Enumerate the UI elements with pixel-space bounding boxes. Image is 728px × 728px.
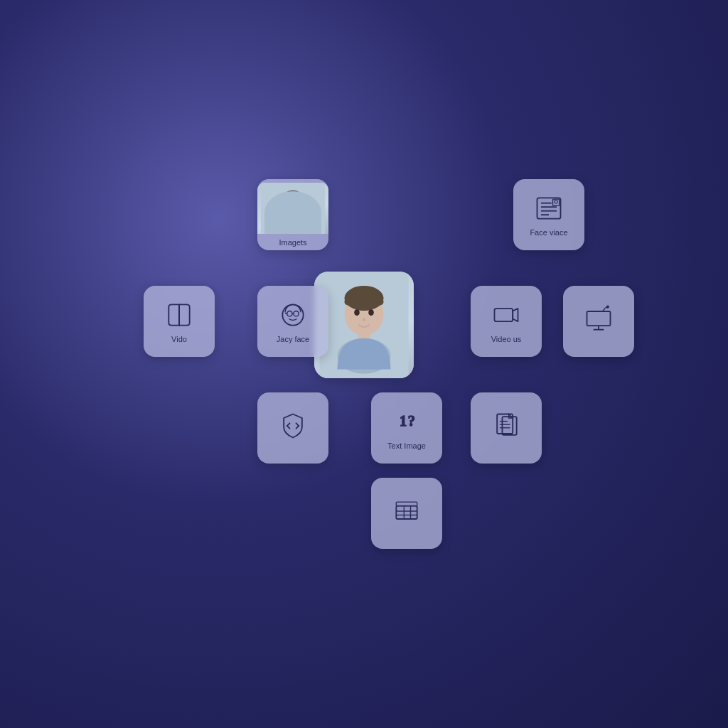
center-face-card[interactable] xyxy=(314,272,414,378)
svg-point-14 xyxy=(295,203,299,206)
svg-point-11 xyxy=(283,194,304,217)
svg-point-34 xyxy=(606,306,609,308)
center-face-image xyxy=(314,272,414,378)
svg-point-6 xyxy=(354,309,360,316)
imagets-label: Imagets xyxy=(279,238,306,247)
text-image-icon: 1 ? xyxy=(391,406,422,437)
main-grid: Imagets Face viace Vido xyxy=(115,151,613,577)
svg-text:1: 1 xyxy=(400,413,407,429)
svg-text:?: ? xyxy=(408,413,415,429)
jacyface-label: Jacy face xyxy=(277,335,309,343)
svg-point-12 xyxy=(283,191,304,203)
document-icon xyxy=(491,410,522,441)
svg-point-20 xyxy=(555,200,558,204)
videous-card[interactable]: Video us xyxy=(471,286,542,357)
table-card[interactable] xyxy=(371,478,442,549)
svg-point-7 xyxy=(368,309,374,316)
shield-code-icon xyxy=(277,410,309,441)
svg-point-8 xyxy=(363,318,365,321)
video-icon xyxy=(491,299,522,331)
document-card[interactable] xyxy=(471,392,542,464)
svg-rect-42 xyxy=(396,506,417,519)
svg-point-13 xyxy=(287,203,291,206)
svg-line-27 xyxy=(285,313,287,314)
svg-point-23 xyxy=(282,304,303,325)
imagets-face xyxy=(257,183,328,234)
textimage-card[interactable]: 1 ? Text Image xyxy=(371,392,442,464)
svg-point-10 xyxy=(279,208,307,228)
svg-rect-29 xyxy=(587,311,611,326)
videous-label: Video us xyxy=(491,335,522,343)
vido-label: Vido xyxy=(171,335,187,343)
svg-point-24 xyxy=(287,311,292,316)
svg-rect-5 xyxy=(345,299,384,306)
book-icon xyxy=(164,299,195,331)
svg-point-25 xyxy=(294,311,299,316)
svg-rect-28 xyxy=(495,309,513,321)
faceviace-icon xyxy=(533,193,564,224)
jacyface-card[interactable]: Jacy face xyxy=(257,286,328,357)
faceviace-label: Face viace xyxy=(530,228,567,237)
textimage-label: Text Image xyxy=(387,441,426,450)
device-icon xyxy=(583,304,614,335)
svg-rect-38 xyxy=(503,417,517,435)
vido-card[interactable]: Vido xyxy=(144,286,215,357)
faceviace-card[interactable]: Face viace xyxy=(513,179,584,250)
table-icon xyxy=(391,496,422,527)
cartoon-face-icon xyxy=(277,299,309,331)
imagets-card[interactable]: Imagets xyxy=(257,179,328,250)
svg-rect-9 xyxy=(261,183,325,234)
farright-card[interactable] xyxy=(563,286,634,357)
codeshield-card[interactable] xyxy=(257,392,328,464)
